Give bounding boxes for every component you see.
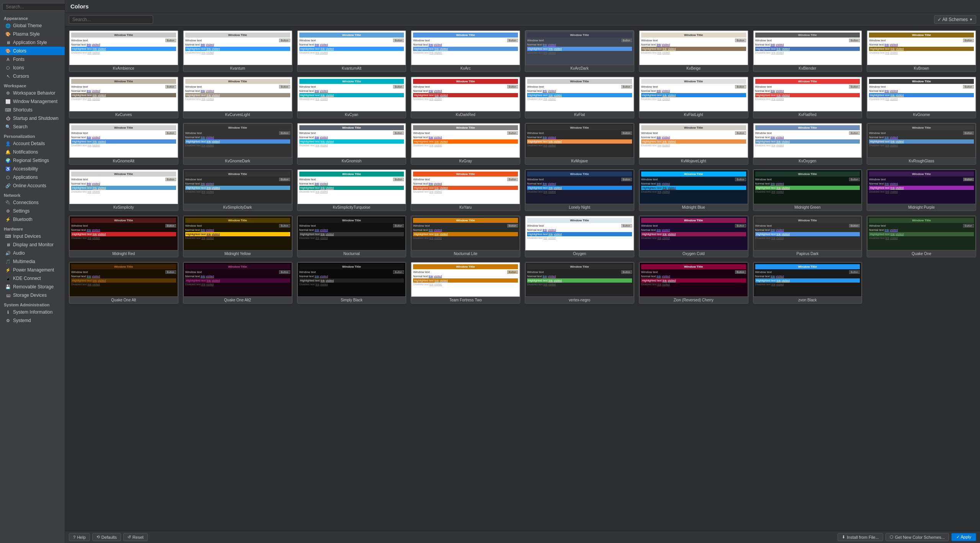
scheme-card[interactable]: Window Title Window text Button Normal t…: [183, 123, 292, 165]
sidebar-item-global-theme[interactable]: 🌐Global Theme: [0, 21, 65, 30]
sidebar-item-colors[interactable]: 🎨Colors: [0, 47, 65, 55]
win-text-row: Window text Button: [413, 131, 518, 135]
scheme-card[interactable]: Window Title Window text Button Normal t…: [867, 169, 976, 211]
win-text-row: Window text Button: [71, 270, 176, 274]
scheme-card[interactable]: Window Title Window text Button Normal t…: [753, 169, 862, 211]
scheme-card[interactable]: Window Title Window text Button Normal t…: [525, 262, 634, 304]
scheme-card[interactable]: Window Title Window text Button Normal t…: [69, 123, 178, 165]
reset-button[interactable]: ↺ Reset: [123, 533, 148, 541]
sidebar-item-display-monitor[interactable]: 🖥Display and Monitor: [0, 240, 65, 249]
scheme-card[interactable]: Window Title Window text Button Normal t…: [297, 123, 407, 165]
sidebar-item-accessibility[interactable]: ♿Accessibility: [0, 165, 65, 173]
scheme-card[interactable]: Window Title Window text Button Normal t…: [639, 30, 748, 72]
scheme-card[interactable]: Window Title Window text Button Normal t…: [753, 262, 862, 304]
scheme-card[interactable]: Window Title Window text Button Normal t…: [183, 169, 292, 211]
fonts-icon: A: [5, 57, 11, 62]
sidebar-search-input[interactable]: [2, 3, 65, 11]
sidebar-item-storage-devices[interactable]: 🖴Storage Devices: [0, 291, 65, 299]
sidebar-item-online-accounts[interactable]: 🔗Online Accounts: [0, 182, 65, 190]
win-titlebar: Window Title: [299, 125, 404, 130]
scheme-card[interactable]: Window Title Window text Button Normal t…: [639, 216, 748, 257]
sidebar-item-regional-settings[interactable]: 🌍Regional Settings: [0, 156, 65, 165]
defaults-button[interactable]: ⟲ Defaults: [92, 533, 121, 541]
sidebar-item-system-information[interactable]: ℹSystem Information: [0, 308, 65, 316]
scheme-card[interactable]: Window Title Window text Button Normal t…: [411, 77, 520, 118]
scheme-card[interactable]: Window Title Window text Button Normal t…: [525, 30, 634, 72]
scheme-card[interactable]: Window Title Window text Button Normal t…: [639, 262, 748, 304]
sidebar-item-connections[interactable]: 🔌Connections: [0, 198, 65, 207]
win-text-row: Window text Button: [755, 85, 860, 88]
sidebar-item-account-details[interactable]: 👤Account Details: [0, 139, 65, 148]
sidebar-item-shortcuts[interactable]: ⌨Shortcuts: [0, 106, 65, 114]
scheme-card[interactable]: Window Title Window text Button Normal t…: [183, 30, 292, 72]
sidebar-item-search[interactable]: 🔍Search: [0, 123, 65, 131]
scheme-card[interactable]: Window Title Window text Button Normal t…: [411, 262, 520, 304]
sidebar-item-icons[interactable]: ⬡Icons: [0, 64, 65, 72]
sidebar-item-notifications[interactable]: 🔔Notifications: [0, 148, 65, 156]
sidebar-item-cursors[interactable]: ↖Cursors: [0, 72, 65, 80]
window-management-icon: ⬜: [5, 99, 11, 104]
scheme-card[interactable]: Window Title Window text Button Normal t…: [183, 262, 292, 304]
scheme-card[interactable]: Window Title Window text Button Normal t…: [69, 30, 178, 72]
sidebar-item-removable-storage[interactable]: 💾Removable Storage: [0, 283, 65, 291]
scheme-card[interactable]: Window Title Window text Button Normal t…: [639, 77, 748, 118]
reset-icon: ↺: [127, 535, 131, 540]
scheme-card[interactable]: Window Title Window text Button Normal t…: [69, 77, 178, 118]
sidebar-item-power-management[interactable]: ⚡Power Management: [0, 266, 65, 274]
scheme-card[interactable]: Window Title Window text Button Normal t…: [753, 216, 862, 257]
sidebar-item-window-management[interactable]: ⬜Window Management: [0, 97, 65, 106]
sidebar-item-fonts[interactable]: AFonts: [0, 55, 65, 64]
scheme-name: KvantumAlt: [297, 65, 406, 72]
scheme-card[interactable]: Window Title Window text Button Normal t…: [411, 123, 520, 165]
scheme-card[interactable]: Window Title Window text Button Normal t…: [297, 169, 407, 211]
sidebar-item-workspace-behavior[interactable]: ⚙Workspace Behavior: [0, 89, 65, 97]
scheme-card[interactable]: Window Title Window text Button Normal t…: [297, 30, 407, 72]
sidebar: Appearance🌐Global Theme🎨Plasma Style🖥App…: [0, 0, 65, 543]
install-button[interactable]: ⬇ Install from File...: [838, 533, 883, 541]
sidebar-item-bluetooth[interactable]: ⚡Bluetooth: [0, 215, 65, 224]
scheme-card[interactable]: Window Title Window text Button Normal t…: [525, 77, 634, 118]
scheme-card[interactable]: Window Title Window text Button Normal t…: [867, 123, 976, 165]
scheme-card[interactable]: Window Title Window text Button Normal t…: [297, 77, 407, 118]
get-new-button[interactable]: ⬡ Get New Color Schemes...: [885, 533, 949, 541]
scheme-card[interactable]: Window Title Window text Button Normal t…: [753, 30, 862, 72]
scheme-card[interactable]: Window Title Window text Button Normal t…: [183, 216, 292, 257]
scheme-card[interactable]: Window Title Window text Button Normal t…: [753, 77, 862, 118]
scheme-card[interactable]: Window Title Window text Button Normal t…: [525, 169, 634, 211]
scheme-card[interactable]: Window Title Window text Button Normal t…: [69, 262, 178, 304]
scheme-card[interactable]: Window Title Window text Button Normal t…: [525, 123, 634, 165]
sidebar-item-input-devices[interactable]: ⌨Input Devices: [0, 232, 65, 240]
sidebar-item-systemd[interactable]: ⚙Systemd: [0, 316, 65, 325]
scheme-card[interactable]: Window Title Window text Button Normal t…: [297, 262, 407, 304]
scheme-card[interactable]: Window Title Window text Button Normal t…: [411, 216, 520, 257]
sidebar-item-audio[interactable]: 🔊Audio: [0, 249, 65, 257]
scheme-preview: Window Title Window text Button Normal t…: [411, 170, 520, 204]
scheme-filter-dropdown[interactable]: ✓ All Schemes ▼: [934, 15, 976, 24]
scheme-card[interactable]: Window Title Window text Button Normal t…: [753, 123, 862, 165]
scheme-card[interactable]: Window Title Window text Button Normal t…: [69, 169, 178, 211]
sidebar-item-applications[interactable]: ⬡Applications: [0, 173, 65, 182]
search-input[interactable]: [69, 15, 153, 24]
scheme-card[interactable]: Window Title Window text Button Normal t…: [867, 77, 976, 118]
sidebar-item-settings[interactable]: ⚙Settings: [0, 207, 65, 215]
scheme-card[interactable]: Window Title Window text Button Normal t…: [183, 77, 292, 118]
sidebar-item-multimedia[interactable]: 🎵Multimedia: [0, 257, 65, 266]
scheme-card[interactable]: Window Title Window text Button Normal t…: [867, 216, 976, 257]
sidebar-item-application-style[interactable]: 🖥Application Style: [0, 38, 65, 47]
help-button[interactable]: ? Help: [69, 533, 90, 541]
scheme-card[interactable]: Window Title Window text Button Normal t…: [867, 30, 976, 72]
sidebar-item-startup-shutdown[interactable]: ⏻Startup and Shutdown: [0, 114, 65, 123]
win-text-row: Window text Button: [755, 131, 860, 135]
scheme-card[interactable]: Window Title Window text Button Normal t…: [297, 216, 407, 257]
scheme-card[interactable]: Window Title Window text Button Normal t…: [639, 169, 748, 211]
sidebar-item-plasma-style[interactable]: 🎨Plasma Style: [0, 30, 65, 38]
scheme-card[interactable]: Window Title Window text Button Normal t…: [411, 169, 520, 211]
scheme-card[interactable]: Window Title Window text Button Normal t…: [639, 123, 748, 165]
scheme-card[interactable]: Window Title Window text Button Normal t…: [525, 216, 634, 257]
apply-button[interactable]: ✓ Apply: [951, 533, 976, 541]
win-text-row: Window text Button: [869, 85, 974, 88]
scheme-card[interactable]: Window Title Window text Button Normal t…: [69, 216, 178, 257]
scheme-name: Quake One: [867, 250, 976, 257]
scheme-card[interactable]: Window Title Window text Button Normal t…: [411, 30, 520, 72]
sidebar-item-kde-connect[interactable]: 📱KDE Connect: [0, 274, 65, 283]
